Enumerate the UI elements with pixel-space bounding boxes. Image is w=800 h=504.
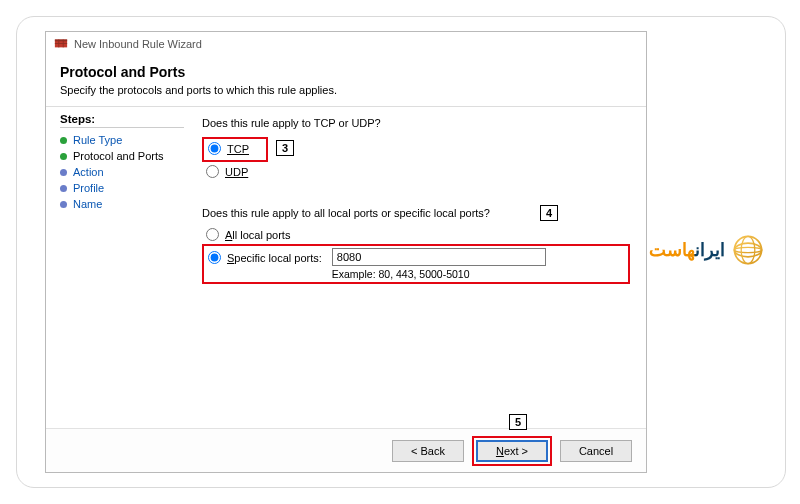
annotation-box-4: Specific local ports: Example: 80, 443, … <box>202 244 630 284</box>
window-title: New Inbound Rule Wizard <box>74 38 202 50</box>
outer-frame: New Inbound Rule Wizard Protocol and Por… <box>16 16 786 488</box>
port-example: Example: 80, 443, 5000-5010 <box>332 268 624 280</box>
sidebar-divider <box>60 127 184 128</box>
question-ports: Does this rule apply to all local ports … <box>202 207 490 219</box>
radio-all-ports[interactable] <box>206 228 219 241</box>
page-title: Protocol and Ports <box>60 64 632 80</box>
svg-rect-2 <box>55 43 67 44</box>
steps-heading: Steps: <box>60 113 184 125</box>
step-label: Profile <box>73 182 104 194</box>
step-label: Name <box>73 198 102 210</box>
radio-tcp[interactable] <box>208 142 221 155</box>
bullet-icon <box>60 137 67 144</box>
cancel-button[interactable]: Cancel <box>560 440 632 462</box>
radio-specific-ports-row[interactable]: Specific local ports: <box>208 250 322 265</box>
annotation-box-3: TCP <box>202 137 268 162</box>
wizard-dialog: New Inbound Rule Wizard Protocol and Por… <box>45 31 647 473</box>
radio-udp-row[interactable]: UDP <box>206 164 630 179</box>
back-button[interactable]: < Back <box>392 440 464 462</box>
radio-tcp-row[interactable]: TCP <box>208 141 262 156</box>
annotation-4: 4 <box>540 205 558 221</box>
bullet-icon <box>60 153 67 160</box>
svg-rect-4 <box>63 40 64 48</box>
titlebar: New Inbound Rule Wizard <box>46 32 646 56</box>
annotation-box-5: 5 Next > <box>472 436 552 466</box>
radio-tcp-label: TCP <box>227 143 249 155</box>
port-input[interactable] <box>332 248 546 266</box>
svg-point-7 <box>734 247 761 252</box>
bullet-icon <box>60 185 67 192</box>
svg-point-6 <box>734 243 761 257</box>
steps-sidebar: Steps: Rule Type Protocol and Ports Acti… <box>46 107 194 429</box>
main-panel: Does this rule apply to TCP or UDP? TCP … <box>194 107 646 429</box>
brand-text: ایرانهاست <box>649 239 725 261</box>
step-name[interactable]: Name <box>60 196 184 212</box>
next-button[interactable]: Next > <box>476 440 548 462</box>
bullet-icon <box>60 169 67 176</box>
firewall-icon <box>54 36 68 52</box>
radio-udp[interactable] <box>206 165 219 178</box>
svg-point-5 <box>734 236 761 263</box>
radio-all-ports-row[interactable]: All local ports <box>206 227 630 242</box>
question-protocol: Does this rule apply to TCP or UDP? <box>202 117 630 129</box>
dialog-footer: < Back 5 Next > Cancel <box>46 428 646 472</box>
step-label: Protocol and Ports <box>73 150 164 162</box>
step-protocol-ports[interactable]: Protocol and Ports <box>60 148 184 164</box>
radio-all-ports-label: All local ports <box>225 229 290 241</box>
step-action[interactable]: Action <box>60 164 184 180</box>
brand-logo: ایرانهاست <box>649 233 765 267</box>
radio-specific-ports[interactable] <box>208 251 221 264</box>
step-rule-type[interactable]: Rule Type <box>60 132 184 148</box>
radio-udp-label: UDP <box>225 166 248 178</box>
globe-icon <box>731 233 765 267</box>
step-profile[interactable]: Profile <box>60 180 184 196</box>
radio-specific-ports-label: Specific local ports: <box>227 252 322 264</box>
step-label: Rule Type <box>73 134 122 146</box>
header-block: Protocol and Ports Specify the protocols… <box>46 56 646 102</box>
step-label: Action <box>73 166 104 178</box>
svg-point-8 <box>741 236 755 263</box>
bullet-icon <box>60 201 67 208</box>
svg-rect-1 <box>55 40 67 42</box>
annotation-5: 5 <box>509 414 527 430</box>
svg-rect-3 <box>58 40 59 48</box>
page-subtitle: Specify the protocols and ports to which… <box>60 84 632 96</box>
annotation-3: 3 <box>276 140 294 156</box>
